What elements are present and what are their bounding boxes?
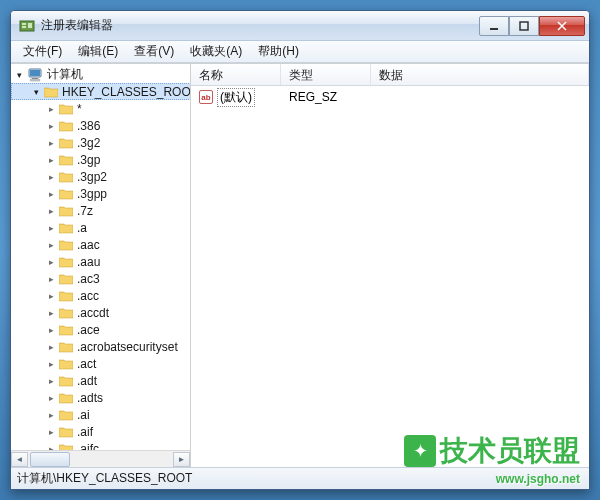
expand-icon[interactable]: ▸	[45, 426, 57, 438]
column-name[interactable]: 名称	[191, 64, 281, 85]
maximize-button[interactable]	[509, 16, 539, 36]
expand-icon[interactable]: ▸	[45, 409, 57, 421]
minimize-button[interactable]	[479, 16, 509, 36]
expand-icon[interactable]: ▸	[45, 443, 57, 451]
expand-icon[interactable]: ▸	[45, 324, 57, 336]
tree-item-7[interactable]: ▸.a	[11, 219, 190, 236]
tree-item-0[interactable]: ▸*	[11, 100, 190, 117]
list-row[interactable]: ab(默认)REG_SZ	[191, 88, 589, 106]
folder-icon	[59, 188, 73, 200]
close-button[interactable]	[539, 16, 585, 36]
expand-icon[interactable]: ▸	[45, 154, 57, 166]
titlebar[interactable]: 注册表编辑器	[11, 11, 589, 41]
expand-icon[interactable]: ▸	[45, 188, 57, 200]
value-name-cell: ab(默认)	[191, 88, 281, 107]
tree-pane: ▾计算机▾HKEY_CLASSES_ROOT▸*▸.386▸.3g2▸.3gp▸…	[11, 64, 191, 467]
column-data[interactable]: 数据	[371, 64, 589, 85]
expand-icon[interactable]: ▸	[45, 120, 57, 132]
folder-icon	[59, 273, 73, 285]
tree-item-10[interactable]: ▸.ac3	[11, 270, 190, 287]
tree-label: .3gpp	[77, 187, 107, 201]
expand-icon[interactable]: ▸	[45, 290, 57, 302]
tree-hkey-classes-root[interactable]: ▾HKEY_CLASSES_ROOT	[11, 83, 190, 100]
tree-item-13[interactable]: ▸.ace	[11, 321, 190, 338]
tree-scroll[interactable]: ▾计算机▾HKEY_CLASSES_ROOT▸*▸.386▸.3g2▸.3gp▸…	[11, 64, 190, 450]
status-path: 计算机\HKEY_CLASSES_ROOT	[17, 470, 192, 487]
folder-icon	[59, 392, 73, 404]
tree-item-17[interactable]: ▸.adts	[11, 389, 190, 406]
content-area: ▾计算机▾HKEY_CLASSES_ROOT▸*▸.386▸.3g2▸.3gp▸…	[11, 63, 589, 467]
svg-rect-7	[30, 70, 40, 76]
folder-icon	[59, 120, 73, 132]
scroll-thumb[interactable]	[30, 452, 70, 467]
tree-item-11[interactable]: ▸.acc	[11, 287, 190, 304]
menu-favorites[interactable]: 收藏夹(A)	[182, 41, 250, 62]
menu-file[interactable]: 文件(F)	[15, 41, 70, 62]
tree-label: .3g2	[77, 136, 100, 150]
svg-rect-4	[490, 28, 498, 30]
tree-item-5[interactable]: ▸.3gpp	[11, 185, 190, 202]
registry-tree: ▾计算机▾HKEY_CLASSES_ROOT▸*▸.386▸.3g2▸.3gp▸…	[11, 64, 190, 450]
list-body[interactable]: ab(默认)REG_SZ	[191, 86, 589, 467]
expand-icon[interactable]: ▸	[45, 341, 57, 353]
menu-edit[interactable]: 编辑(E)	[70, 41, 126, 62]
tree-item-1[interactable]: ▸.386	[11, 117, 190, 134]
tree-hscrollbar[interactable]: ◄ ►	[11, 450, 190, 467]
tree-label: .3gp	[77, 153, 100, 167]
tree-item-20[interactable]: ▸.aifc	[11, 440, 190, 450]
expand-icon[interactable]: ▸	[45, 256, 57, 268]
menu-view[interactable]: 查看(V)	[126, 41, 182, 62]
scroll-right-button[interactable]: ►	[173, 452, 190, 467]
tree-label: .386	[77, 119, 100, 133]
tree-item-4[interactable]: ▸.3gp2	[11, 168, 190, 185]
folder-icon	[59, 341, 73, 353]
scroll-left-button[interactable]: ◄	[11, 452, 28, 467]
tree-label: .acc	[77, 289, 99, 303]
tree-label: .3gp2	[77, 170, 107, 184]
svg-rect-1	[22, 23, 26, 25]
tree-item-9[interactable]: ▸.aau	[11, 253, 190, 270]
tree-label: .aifc	[77, 442, 99, 451]
column-type[interactable]: 类型	[281, 64, 371, 85]
tree-label: .aif	[77, 425, 93, 439]
tree-item-2[interactable]: ▸.3g2	[11, 134, 190, 151]
window-title: 注册表编辑器	[41, 17, 479, 34]
tree-item-16[interactable]: ▸.adt	[11, 372, 190, 389]
expand-icon[interactable]: ▸	[45, 239, 57, 251]
expand-icon[interactable]: ▸	[45, 103, 57, 115]
expand-icon[interactable]: ▸	[45, 137, 57, 149]
tree-item-14[interactable]: ▸.acrobatsecurityset	[11, 338, 190, 355]
expand-icon[interactable]: ▸	[45, 205, 57, 217]
tree-label: HKEY_CLASSES_ROOT	[62, 85, 190, 99]
tree-item-15[interactable]: ▸.act	[11, 355, 190, 372]
tree-label: .accdt	[77, 306, 109, 320]
expand-icon[interactable]: ▸	[45, 392, 57, 404]
folder-icon	[59, 290, 73, 302]
folder-icon	[59, 426, 73, 438]
expand-icon[interactable]: ▸	[45, 375, 57, 387]
tree-label: 计算机	[47, 66, 83, 83]
expand-icon[interactable]: ▸	[45, 171, 57, 183]
collapse-icon[interactable]: ▾	[13, 69, 25, 81]
expand-icon[interactable]: ▸	[45, 273, 57, 285]
collapse-icon[interactable]: ▾	[30, 86, 42, 98]
tree-root-computer[interactable]: ▾计算机	[11, 66, 190, 83]
window-controls	[479, 16, 585, 36]
scroll-track[interactable]	[28, 452, 173, 467]
tree-item-18[interactable]: ▸.ai	[11, 406, 190, 423]
tree-item-8[interactable]: ▸.aac	[11, 236, 190, 253]
tree-label: .acrobatsecurityset	[77, 340, 178, 354]
tree-item-6[interactable]: ▸.7z	[11, 202, 190, 219]
tree-item-19[interactable]: ▸.aif	[11, 423, 190, 440]
expand-icon[interactable]: ▸	[45, 222, 57, 234]
expand-icon[interactable]: ▸	[45, 307, 57, 319]
folder-icon	[59, 239, 73, 251]
tree-item-3[interactable]: ▸.3gp	[11, 151, 190, 168]
registry-editor-window: 注册表编辑器 文件(F) 编辑(E) 查看(V) 收藏夹(A) 帮助(H) ▾计…	[10, 10, 590, 490]
value-type-cell: REG_SZ	[281, 90, 371, 104]
menu-help[interactable]: 帮助(H)	[250, 41, 307, 62]
tree-item-12[interactable]: ▸.accdt	[11, 304, 190, 321]
folder-icon	[59, 154, 73, 166]
tree-label: .7z	[77, 204, 93, 218]
expand-icon[interactable]: ▸	[45, 358, 57, 370]
